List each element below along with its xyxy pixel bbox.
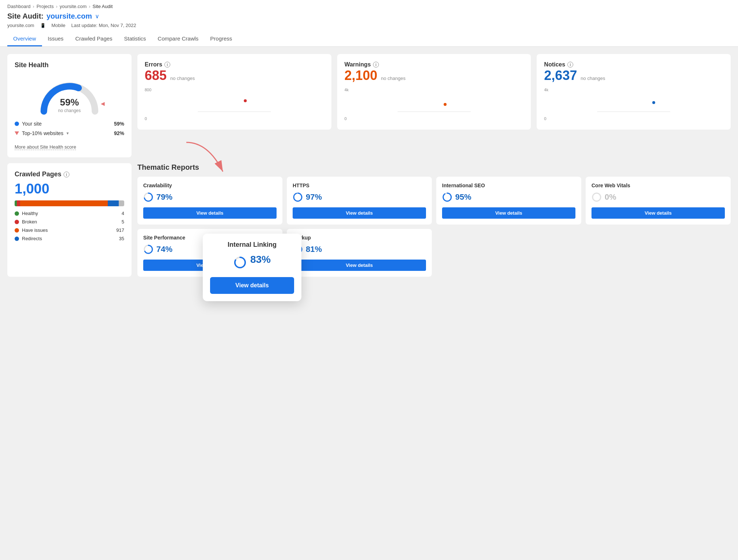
legend-healthy: Healthy 4	[15, 211, 124, 216]
thematic-crawlability-score: 79%	[143, 192, 277, 202]
bar-other	[119, 200, 124, 206]
legend-broken: Broken 5	[15, 219, 124, 225]
breadcrumb-dashboard[interactable]: Dashboard	[7, 4, 31, 9]
notices-y-top: 4k	[544, 88, 548, 92]
warnings-sparkline-svg	[345, 93, 524, 115]
intl-seo-view-details-btn[interactable]: View details	[442, 207, 575, 219]
internal-linking-view-details-btn[interactable]: View details	[210, 277, 294, 284]
val-healthy: 4	[122, 211, 124, 216]
metrics-area: Errors i 685 no changes 800	[137, 54, 731, 157]
crawled-pages-bar	[15, 200, 124, 206]
dot-have-issues	[15, 228, 19, 233]
meta-last-update: Last update: Mon, Nov 7, 2022	[71, 23, 136, 28]
cwv-view-details-btn[interactable]: View details	[591, 207, 725, 219]
thematic-card-core-web-vitals: Core Web Vitals 0% View details	[586, 177, 731, 225]
https-pct: 97%	[306, 192, 322, 202]
notices-card: Notices i 2,637 no changes 4k	[537, 54, 731, 130]
crawled-pages-legend: Healthy 4 Broken 5 Have issues	[15, 211, 124, 241]
tab-overview[interactable]: Overview	[7, 32, 42, 46]
crawled-pages-title: Crawled Pages i	[15, 170, 124, 178]
top10-dropdown[interactable]: ▾	[66, 131, 69, 136]
errors-info-icon[interactable]: i	[164, 62, 170, 68]
meta-row: yoursite.com 📱 Mobile Last update: Mon, …	[7, 23, 731, 28]
internal-linking-popup: Internal Linking 83% View details	[203, 234, 301, 284]
gauge-wrapper: 59% no changes ◄	[37, 75, 102, 115]
tab-crawled-pages[interactable]: Crawled Pages	[69, 32, 118, 46]
tab-statistics[interactable]: Statistics	[118, 32, 152, 46]
svg-point-3	[444, 103, 446, 106]
bar-broken	[17, 200, 20, 206]
top10-legend-left: Top-10% websites ▾	[15, 130, 69, 136]
label-broken: Broken	[22, 219, 37, 225]
svg-point-9	[294, 193, 302, 201]
thematic-cwv-title: Core Web Vitals	[591, 183, 725, 188]
thematic-card-https: HTTPS 97% View details	[287, 177, 432, 225]
breadcrumb: Dashboard › Projects › yoursite.com › Si…	[7, 4, 731, 9]
more-about-site-health-link[interactable]: More about Site Health score	[15, 144, 76, 150]
notices-title: Notices i	[544, 61, 723, 68]
thematic-https-title: HTTPS	[293, 183, 426, 188]
tab-progress[interactable]: Progress	[204, 32, 238, 46]
svg-point-11	[443, 193, 451, 201]
site-health-card: Site Health 59% no changes ◄	[7, 54, 132, 157]
intl-seo-circle-icon	[442, 192, 452, 202]
cwv-pct: 0%	[605, 192, 616, 202]
crawlability-view-details-btn[interactable]: View details	[143, 207, 277, 219]
tab-compare-crawls[interactable]: Compare Crawls	[152, 32, 205, 46]
breadcrumb-sep3: ›	[89, 4, 90, 9]
thematic-https-score: 97%	[293, 192, 426, 202]
thematic-cwv-score: 0%	[591, 192, 725, 202]
thematic-markup-score: 81%	[293, 244, 426, 254]
breadcrumb-sep1: ›	[33, 4, 34, 9]
site-dropdown-arrow[interactable]: ∨	[95, 13, 99, 20]
warnings-value-row: 2,100 no changes	[345, 68, 524, 83]
cwv-circle-icon	[591, 192, 602, 202]
breadcrumb-yoursite[interactable]: yoursite.com	[60, 4, 87, 9]
gauge-no-changes: no changes	[58, 108, 81, 113]
errors-sparkline: 800 0	[145, 88, 324, 121]
nav-tabs: Overview Issues Crawled Pages Statistics…	[7, 32, 731, 46]
warnings-info-icon[interactable]: i	[373, 62, 379, 68]
svg-point-1	[244, 99, 247, 102]
tab-issues[interactable]: Issues	[42, 32, 69, 46]
top10-triangle	[15, 131, 19, 135]
warnings-value: 2,100	[345, 68, 377, 83]
breadcrumb-sep2: ›	[56, 4, 57, 9]
page-title: Site Audit:	[7, 12, 43, 20]
meta-device: Mobile	[52, 23, 65, 28]
thematic-card-international-seo: International SEO 95% View details	[436, 177, 581, 225]
gauge-percent: 59%	[60, 97, 79, 108]
site-name[interactable]: yoursite.com	[46, 12, 92, 20]
https-view-details-btn[interactable]: View details	[293, 207, 426, 219]
top10-val: 92%	[114, 130, 124, 136]
notices-no-changes: no changes	[581, 76, 605, 81]
notices-sparkline: 4k 0	[544, 88, 723, 121]
val-have-issues: 917	[116, 227, 124, 233]
warnings-card: Warnings i 2,100 no changes 4k	[337, 54, 531, 130]
thematic-intl-seo-score: 95%	[442, 192, 575, 202]
crawlability-circle-icon	[143, 192, 153, 202]
popup-title: Internal Linking	[210, 241, 294, 249]
errors-no-changes: no changes	[170, 76, 195, 81]
label-have-issues: Have issues	[22, 227, 48, 233]
thematic-card-crawlability: Crawlability 79% View details	[137, 177, 282, 225]
errors-value: 685	[145, 68, 167, 83]
site-health-legend: Your site 59% Top-10% websites ▾ 92%	[15, 121, 124, 136]
thematic-intl-seo-title: International SEO	[442, 183, 575, 188]
warnings-y-bottom: 0	[345, 116, 347, 121]
errors-y-bottom: 0	[145, 116, 147, 121]
warnings-no-changes: no changes	[381, 76, 406, 81]
bar-issues	[20, 200, 108, 206]
legend-have-issues: Have issues 917	[15, 227, 124, 233]
errors-card: Errors i 685 no changes 800	[137, 54, 331, 130]
legend-redirects: Redirects 35	[15, 236, 124, 241]
warnings-y-top: 4k	[345, 88, 349, 92]
breadcrumb-projects[interactable]: Projects	[37, 4, 54, 9]
markup-view-details-btn[interactable]: View details	[293, 260, 426, 271]
dot-redirects	[15, 237, 19, 241]
label-redirects: Redirects	[22, 236, 42, 241]
crawled-pages-info-icon[interactable]: i	[64, 172, 69, 177]
crawled-pages-card: Crawled Pages i 1,000 Healthy 4	[7, 163, 132, 277]
notices-info-icon[interactable]: i	[567, 62, 573, 68]
svg-point-19	[235, 257, 245, 268]
